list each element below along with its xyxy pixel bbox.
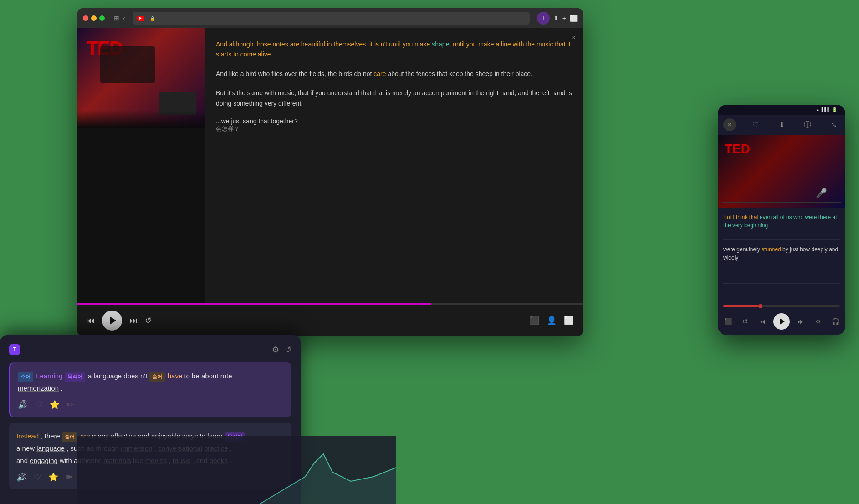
waveform-area <box>77 436 396 504</box>
heart-icon-2[interactable]: ♡ <box>34 472 41 482</box>
status-icons: ▲ ▌▌▌ 🔋 <box>816 107 839 112</box>
share-icon[interactable]: ⬆ <box>553 15 559 22</box>
settings-button[interactable]: 👤 <box>547 316 557 326</box>
subtitle-block-3: But it's the same with music, that if yo… <box>216 88 572 108</box>
mobile-sub-section-4 <box>723 289 840 295</box>
word-memorization[interactable]: memorization <box>18 384 59 392</box>
mobile-heart-button[interactable]: ♡ <box>749 118 762 131</box>
trancy-refresh-button[interactable]: ↺ <box>285 345 291 355</box>
word-have[interactable]: have <box>168 372 183 380</box>
traffic-lights <box>83 15 105 21</box>
mobile-subtitles-button[interactable]: ⬛ <box>721 315 734 328</box>
mobile-status-bar: ▲ ▌▌▌ 🔋 <box>718 105 845 115</box>
video-sidebar: TED <box>77 28 205 336</box>
object-tag: 목적어 <box>65 372 85 382</box>
minimize-button[interactable] <box>91 15 97 21</box>
audio-icon[interactable]: 🔊 <box>18 400 28 410</box>
mobile-settings-button[interactable]: ⚙ <box>812 315 824 328</box>
trancy-settings-button[interactable]: ⚙ <box>272 345 279 355</box>
word-engaging[interactable]: engaging <box>30 457 58 464</box>
mobile-expand-button[interactable]: ⤡ <box>827 118 840 131</box>
battery-icon: 🔋 <box>832 107 837 112</box>
play-button[interactable] <box>102 311 122 331</box>
video-thumbnail: TED <box>77 28 205 128</box>
mobile-ted-logo: TED <box>725 142 750 156</box>
skip-back-button[interactable]: ⏮ <box>87 316 95 326</box>
mobile-sub-section-1: But I think that even all of us who were… <box>723 213 840 240</box>
subtitle-block-2: And like a bird who flies over the field… <box>216 69 572 79</box>
signal-icon: ▌▌▌ <box>822 107 830 112</box>
mobile-play-button[interactable] <box>773 313 790 330</box>
player-controls: ⏮ ⏭ ↺ ⬛ 👤 ⬜ <box>77 305 583 336</box>
mobile-player-header: × ♡ ⬇ ⓘ ⤡ <box>718 115 845 135</box>
maximize-button[interactable] <box>99 15 105 21</box>
fullscreen-icon[interactable]: ⬜ <box>570 15 578 22</box>
svg-marker-0 <box>260 454 396 504</box>
mobile-progress-fill <box>723 305 758 307</box>
subtitle-en-1: And although those notes are beautiful i… <box>216 39 572 60</box>
player-bottom: ⏮ ⏭ ↺ ⬛ 👤 ⬜ <box>77 303 583 336</box>
trancy-header: T ⚙ ↺ <box>9 344 291 355</box>
browser-toolbar-right: T ⬆ + ⬜ <box>537 12 578 25</box>
star-icon-2[interactable]: ⭐ <box>48 472 58 482</box>
subtitle-block-1: And although those notes are beautiful i… <box>216 39 572 60</box>
mobile-headphones-button[interactable]: 🎧 <box>829 315 842 328</box>
pencil-icon[interactable]: ✏ <box>67 400 74 410</box>
address-bar[interactable]: 🔒 <box>133 12 530 25</box>
browser-window: ⊞ ‹ 🔒 T ⬆ + ⬜ TED <box>77 8 583 336</box>
mobile-sub-section-3 <box>723 278 840 284</box>
mobile-controls: ⬛ ↺ ⏮ ⏭ ⚙ 🎧 <box>718 311 845 335</box>
audio-icon-2[interactable]: 🔊 <box>16 472 26 482</box>
word-language[interactable]: language <box>93 372 122 380</box>
mobile-skip-back-button[interactable]: ⏮ <box>756 315 769 328</box>
trancy-icon: T <box>9 344 20 355</box>
sentence-block-1: 주어 Learning 목적어 a language does n't 술어 h… <box>9 362 291 417</box>
mobile-video-thumbnail: TED 🎤 <box>718 135 845 208</box>
word-language2[interactable]: language <box>36 444 65 452</box>
mobile-loop-button[interactable]: ↺ <box>739 315 752 328</box>
close-button[interactable] <box>83 15 88 21</box>
mobile-close-button[interactable]: × <box>723 118 736 131</box>
mobile-panel: ▲ ▌▌▌ 🔋 × ♡ ⬇ ⓘ ⤡ TED 🎤 But I think that… <box>718 105 845 335</box>
progress-bar-container[interactable] <box>77 303 583 305</box>
waveform-svg <box>77 436 396 504</box>
close-icon[interactable]: × <box>572 34 576 42</box>
mobile-progress-dot <box>758 304 762 308</box>
sentence-actions-1: 🔊 ♡ ⭐ ✏ <box>18 400 284 410</box>
trancy-controls: ⚙ ↺ <box>272 345 291 355</box>
verb-tag-2: 술어 <box>62 432 77 442</box>
skip-forward-button[interactable]: ⏭ <box>129 316 138 326</box>
add-tab-icon[interactable]: + <box>562 15 566 22</box>
star-icon[interactable]: ⭐ <box>50 400 60 410</box>
captions-button[interactable]: ⬛ <box>529 316 539 326</box>
partial-text: ...we just sang that together? 会怎样？ <box>216 117 572 133</box>
youtube-icon <box>137 16 144 21</box>
word-rote[interactable]: rote <box>220 372 232 380</box>
trancy-extension-icon[interactable]: T <box>537 12 550 25</box>
mobile-info-button[interactable]: ⓘ <box>801 118 814 131</box>
wifi-icon: ▲ <box>816 107 820 112</box>
sentence-en-1: 주어 Learning 목적어 a language does n't 술어 h… <box>18 370 284 394</box>
mobile-progress[interactable] <box>718 305 845 311</box>
heart-icon[interactable]: ♡ <box>35 400 42 410</box>
back-button[interactable]: ⊞ <box>114 15 119 22</box>
pencil-icon-2[interactable]: ✏ <box>66 472 72 482</box>
mobile-download-button[interactable]: ⬇ <box>775 118 788 131</box>
video-area: TED × And although those notes are beaut… <box>77 28 583 336</box>
player-right-controls: ⬛ 👤 ⬜ <box>529 316 574 326</box>
mobile-progress-bar <box>723 305 840 307</box>
mobile-sub-section-2: were genuinely stunned by just how deepl… <box>723 245 840 272</box>
loop-button[interactable]: ↺ <box>145 316 152 326</box>
fullscreen-player-button[interactable]: ⬜ <box>564 316 574 326</box>
subject-tag: 주어 <box>18 372 33 382</box>
word-instead[interactable]: Instead <box>16 432 39 440</box>
mobile-skip-forward-button[interactable]: ⏭ <box>794 315 807 328</box>
browser-titlebar: ⊞ ‹ 🔒 T ⬆ + ⬜ <box>77 8 583 28</box>
trancy-logo: T <box>9 344 24 355</box>
progress-bar-fill <box>77 303 431 305</box>
verb-tag: 술어 <box>149 372 165 382</box>
speaker-silhouette: 🎤 <box>816 188 827 199</box>
forward-button[interactable]: ‹ <box>123 15 125 22</box>
content-pane[interactable]: × And although those notes are beautiful… <box>205 28 583 336</box>
word-learning[interactable]: Learning <box>36 372 62 380</box>
